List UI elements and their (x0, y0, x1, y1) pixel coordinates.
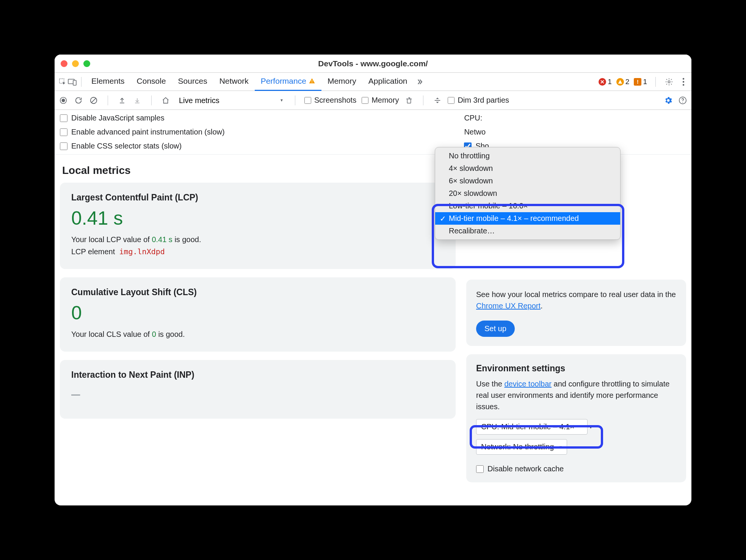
cpu-option-4x[interactable]: 4× slowdown (435, 162, 620, 175)
collapse-icon[interactable] (433, 95, 442, 105)
env-cpu-select[interactable]: CPU: Mid-tier mobile – 4.1× (476, 419, 597, 435)
inp-value: – (71, 385, 444, 403)
crux-report-link[interactable]: Chrome UX Report (476, 302, 541, 310)
upload-icon[interactable] (117, 95, 127, 105)
status-badges: ✕ 1 2 ! 1 (599, 77, 688, 87)
issues-badge[interactable]: ! 1 (634, 78, 647, 86)
cls-desc: Your local CLS value of 0 is good. (71, 330, 444, 339)
env-settings-card: Environment settings Use the device tool… (466, 354, 686, 482)
record-icon[interactable] (58, 95, 68, 105)
env-network-select[interactable]: Network: No throttling (476, 439, 567, 455)
local-metrics-heading: Local metrics (62, 164, 456, 177)
gc-icon[interactable] (404, 95, 414, 105)
inspect-icon[interactable] (58, 77, 67, 87)
cpu-option-recalibrate[interactable]: Recalibrate… (435, 225, 620, 237)
svg-rect-2 (73, 80, 76, 85)
settings-icon[interactable] (664, 77, 674, 87)
disable-cache-checkbox[interactable]: Disable network cache (476, 465, 676, 473)
home-icon[interactable] (161, 95, 171, 105)
dim-3rd-parties-checkbox[interactable]: Dim 3rd parties (448, 96, 509, 105)
warning-icon (309, 78, 315, 84)
screenshots-checkbox[interactable]: Screenshots (304, 96, 356, 105)
disable-js-checkbox[interactable]: Disable JavaScript samples (60, 114, 225, 122)
download-icon[interactable] (132, 95, 142, 105)
device-toolbar-icon[interactable] (67, 77, 77, 87)
network-throttle-label: Netwo (464, 128, 489, 136)
mode-select-input[interactable]: Live metrics (176, 95, 229, 106)
cpu-option-no-throttling[interactable]: No throttling (435, 150, 620, 162)
error-icon: ✕ (599, 78, 606, 86)
svg-rect-3 (312, 80, 312, 82)
tab-performance[interactable]: Performance (255, 73, 321, 91)
css-selector-stats-checkbox[interactable]: Enable CSS selector stats (slow) (60, 142, 225, 150)
cpu-throttle-label: CPU: (464, 114, 489, 122)
cpu-option-6x[interactable]: 6× slowdown (435, 175, 620, 187)
cpu-option-low-tier[interactable]: Low-tier mobile – 16.0× (435, 200, 620, 212)
tab-network[interactable]: Network (213, 73, 255, 91)
memory-checkbox[interactable]: Memory (362, 96, 399, 105)
lcp-element-link[interactable]: img.lnXdpd (119, 247, 165, 256)
svg-point-15 (682, 102, 683, 102)
performance-toolbar: Live metrics Screenshots Memory Dim 3rd … (55, 91, 691, 110)
devtools-window: DevTools - www.google.com/ Elements Cons… (55, 55, 691, 505)
lcp-value: 0.41 s (71, 207, 444, 229)
warning-badge-icon (616, 78, 624, 86)
titlebar: DevTools - www.google.com/ (55, 55, 691, 73)
lcp-element-row: LCP element img.lnXdpd (71, 247, 444, 256)
cls-title: Cumulative Layout Shift (CLS) (71, 287, 444, 297)
inp-card: Interaction to Next Paint (INP) – (60, 360, 456, 419)
svg-line-12 (91, 98, 96, 103)
cpu-throttle-dropdown[interactable]: No throttling 4× slowdown 6× slowdown 20… (435, 147, 621, 240)
tab-memory[interactable]: Memory (321, 73, 362, 91)
inp-title: Interaction to Next Paint (INP) (71, 370, 444, 380)
kebab-icon[interactable] (679, 77, 688, 87)
reload-icon[interactable] (74, 95, 83, 105)
issue-icon: ! (634, 78, 641, 86)
advanced-paint-checkbox[interactable]: Enable advanced paint instrumentation (s… (60, 128, 225, 136)
lcp-card: Largest Contentful Paint (LCP) 0.41 s Yo… (60, 183, 456, 269)
tab-application[interactable]: Application (362, 73, 414, 91)
device-toolbar-link[interactable]: device toolbar (504, 380, 552, 388)
setup-button[interactable]: Set up (476, 321, 515, 337)
svg-rect-4 (312, 82, 312, 83)
panel-settings-icon[interactable] (663, 95, 673, 105)
svg-point-8 (683, 84, 684, 85)
errors-badge[interactable]: ✕ 1 (599, 78, 612, 86)
svg-point-6 (683, 78, 684, 79)
cls-value: 0 (71, 302, 444, 324)
svg-point-7 (683, 81, 684, 82)
main-tabbar: Elements Console Sources Network Perform… (55, 73, 691, 91)
svg-rect-13 (407, 99, 411, 103)
tab-elements[interactable]: Elements (85, 73, 131, 91)
env-title: Environment settings (476, 363, 676, 374)
mode-select[interactable]: Live metrics (176, 95, 286, 106)
window-title: DevTools - www.google.com/ (55, 59, 691, 68)
more-tabs-icon[interactable] (415, 77, 425, 87)
help-icon[interactable] (678, 95, 688, 105)
clear-icon[interactable] (89, 95, 99, 105)
tab-performance-label: Performance (261, 77, 306, 86)
tab-sources[interactable]: Sources (172, 73, 213, 91)
crux-card: See how your local metrics compare to re… (466, 280, 686, 346)
warnings-badge[interactable]: 2 (616, 78, 630, 86)
lcp-desc: Your local LCP value of 0.41 s is good. (71, 235, 444, 244)
cpu-option-20x[interactable]: 20× slowdown (435, 187, 620, 200)
svg-point-10 (62, 99, 64, 102)
lcp-title: Largest Contentful Paint (LCP) (71, 192, 444, 203)
cls-card: Cumulative Layout Shift (CLS) 0 Your loc… (60, 277, 456, 352)
cpu-option-mid-tier[interactable]: Mid-tier mobile – 4.1× – recommended (435, 212, 620, 225)
tab-console[interactable]: Console (131, 73, 172, 91)
svg-point-5 (668, 81, 670, 83)
